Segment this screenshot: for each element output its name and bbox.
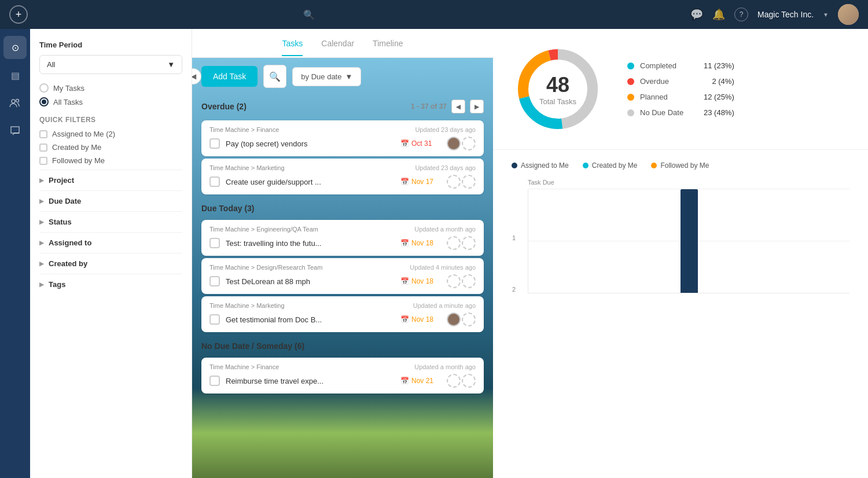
task-assignees (447, 274, 476, 288)
sidebar-item-folder[interactable]: ▤ (3, 64, 27, 87)
no-due-date-dot (627, 109, 634, 116)
task-toolbar: ◀ Add Task 🔍 by Due date ▼ (192, 58, 493, 95)
followed-by-me-filter[interactable]: Followed by Me (39, 156, 182, 165)
due-date-filter[interactable]: ▶ Due Date (39, 190, 182, 211)
created-by-chevron-icon: ▶ (39, 260, 44, 267)
task-card: Time Machine > Marketing Updated a minut… (201, 296, 484, 332)
help-icon[interactable]: ? (734, 8, 748, 21)
total-tasks-number: 48 (546, 73, 569, 97)
no-due-date-label: No Due Date (640, 108, 698, 117)
sort-label: by Due date (301, 72, 341, 81)
task-card: Time Machine > Engineering/QA Team Updat… (201, 220, 484, 256)
sidebar-item-people[interactable] (3, 91, 27, 115)
task-updated: Updated a minute ago (413, 302, 476, 309)
task-checkbox[interactable] (209, 376, 220, 386)
task-card: Time Machine > Finance Updated a month a… (201, 358, 484, 394)
radio-circle-my-tasks (39, 83, 49, 93)
created-chart-dot (583, 163, 589, 168)
donut-chart: 48 Total Tasks (512, 43, 604, 135)
task-assignees (447, 312, 476, 326)
tab-tasks[interactable]: Tasks (282, 31, 303, 56)
tags-label: Tags (49, 280, 65, 289)
checkbox-created (39, 144, 47, 152)
search-button[interactable]: 🔍 (263, 65, 286, 88)
task-card: Time Machine > Finance Updated 23 days a… (201, 120, 484, 156)
legend-item-planned: Planned 12 (25%) (627, 93, 734, 101)
task-due-date: 📅 Nov 18 (400, 239, 441, 247)
legend-item-overdue: Overdue 2 (4%) (627, 77, 734, 86)
sidebar-item-chat[interactable] (3, 119, 27, 142)
task-updated: Updated 23 days ago (415, 126, 476, 133)
tags-filter[interactable]: ▶ Tags (39, 274, 182, 295)
planned-label: Planned (640, 93, 698, 101)
all-tasks-radio[interactable]: All Tasks (39, 97, 182, 106)
task-checkbox[interactable] (209, 238, 220, 248)
stats-panel: 48 Total Tasks Completed 11 (23%) Overdu… (493, 29, 868, 478)
donut-section: 48 Total Tasks Completed 11 (23%) Overdu… (493, 29, 868, 150)
chart-legend-assigned: Assigned to Me (512, 161, 569, 170)
task-due-date: 📅 Oct 31 (400, 139, 441, 148)
no-due-date-title: No Due Date / Someday (6) (201, 341, 304, 351)
sort-button[interactable]: by Due date ▼ (292, 67, 361, 86)
task-checkbox[interactable] (209, 276, 220, 286)
task-due-date: 📅 Nov 17 (400, 178, 441, 186)
prev-page-button[interactable]: ◀ (451, 100, 465, 113)
task-due-date: 📅 Nov 21 (400, 377, 441, 385)
task-updated: Updated 4 minutes ago (410, 264, 476, 271)
back-arrow-button[interactable]: ◀ (192, 68, 201, 84)
user-avatar[interactable] (838, 4, 859, 25)
stats-legend: Completed 11 (23%) Overdue 2 (4%) Planne… (627, 61, 734, 117)
search-icon: 🔍 (303, 9, 315, 20)
time-period-select[interactable]: All ▼ (39, 55, 182, 74)
chevron-down-icon[interactable]: ▼ (823, 12, 829, 18)
chat-nav-icon[interactable]: 💬 (690, 8, 703, 21)
tab-timeline[interactable]: Timeline (373, 31, 403, 56)
tabs-bar: Tasks Calendar Timeline (192, 29, 493, 58)
task-updated: Updated a month ago (414, 363, 476, 370)
task-checkbox[interactable] (209, 314, 220, 325)
status-filter[interactable]: ▶ Status (39, 211, 182, 232)
calendar-icon: 📅 (400, 178, 409, 186)
overdue-group-header: Overdue (2) 1 - 37 of 37 ◀ ▶ (192, 95, 493, 118)
assignee-avatar (447, 312, 461, 326)
chart-legend-created: Created by Me (583, 161, 638, 170)
task-due-label: Task Due (528, 179, 849, 186)
donut-center: 48 Total Tasks (512, 43, 604, 135)
created-by-filter[interactable]: ▶ Created by (39, 253, 182, 274)
next-page-button[interactable]: ▶ (470, 100, 484, 113)
completed-dot (627, 62, 634, 69)
calendar-icon: 📅 (400, 139, 409, 148)
task-count: 1 - 37 of 37 (411, 102, 447, 111)
followed-by-me-label: Followed by Me (52, 156, 105, 165)
followed-chart-label: Followed by Me (660, 161, 709, 170)
chart-legend: Assigned to Me Created by Me Followed by… (512, 161, 849, 170)
project-filter[interactable]: ▶ Project (39, 170, 182, 190)
bell-icon[interactable]: 🔔 (712, 8, 725, 21)
assigned-to-filter[interactable]: ▶ Assigned to (39, 232, 182, 253)
assigned-chart-label: Assigned to Me (521, 161, 569, 170)
project-label: Project (49, 176, 74, 185)
calendar-icon: 📅 (400, 377, 409, 385)
due-date-chevron-icon: ▶ (39, 198, 44, 204)
task-project: Time Machine > Marketing (209, 302, 285, 309)
add-button[interactable]: + (9, 5, 28, 24)
assigned-to-me-filter[interactable]: Assigned to Me (2) (39, 130, 182, 138)
task-panel: Tasks Calendar Timeline ◀ Add Task 🔍 by … (192, 29, 493, 478)
select-chevron-icon: ▼ (167, 60, 175, 69)
sidebar-item-home[interactable]: ⊙ (3, 36, 27, 59)
search-area[interactable]: 🔍 (135, 9, 483, 20)
assignee-avatar-empty (462, 274, 476, 288)
completed-label: Completed (640, 61, 698, 70)
calendar-icon: 📅 (400, 239, 409, 247)
tab-calendar[interactable]: Calendar (321, 31, 354, 56)
add-task-button[interactable]: Add Task (201, 66, 258, 87)
task-checkbox[interactable] (209, 177, 220, 187)
followed-chart-dot (651, 163, 657, 168)
task-checkbox[interactable] (209, 138, 220, 149)
top-nav-right: 💬 🔔 ? Magic Tech Inc. ▼ (690, 4, 859, 25)
company-name: Magic Tech Inc. (757, 10, 814, 19)
assigned-to-label: Assigned to (49, 238, 91, 247)
assigned-to-chevron-icon: ▶ (39, 240, 44, 246)
created-by-me-filter[interactable]: Created by Me (39, 143, 182, 152)
my-tasks-radio[interactable]: My Tasks (39, 83, 182, 93)
